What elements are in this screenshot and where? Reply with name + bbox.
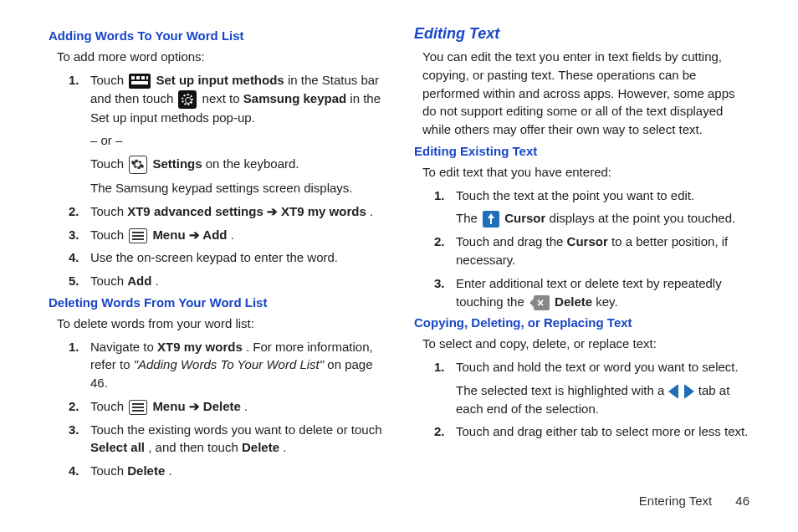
or-separator: – or – [90, 131, 384, 150]
list-copy-cont: 2. Touch and drag either tab to select m… [414, 422, 749, 441]
text: Navigate to [90, 340, 157, 354]
text-bold: Settings [152, 156, 202, 171]
text-bold: Menu ➔ Add [152, 228, 227, 242]
list-add-words: 1. Touch Set up input methods in the Sta… [49, 71, 384, 127]
intro-delete-words: To delete words from your word list: [57, 315, 384, 333]
edit-step-2: 2. Touch and drag the Cursor to a better… [414, 233, 749, 269]
text: Touch [90, 228, 127, 242]
text-italic: "Adding Words To Your Word List" [134, 357, 324, 371]
menu-icon [129, 400, 147, 415]
footer-section: Entering Text [639, 494, 712, 508]
del-step-1: 1. Navigate to XT9 my words . For more i… [49, 338, 384, 392]
intro-editing: You can edit the text you enter in text … [422, 48, 749, 139]
text: Touch and drag either tab to select more… [456, 424, 748, 438]
intro-add-words: To add more word options: [57, 48, 384, 66]
copy-step-1: 1. Touch and hold the text or word you w… [414, 358, 749, 376]
text-bold: Samsung keypad [243, 91, 346, 105]
del-step-3: 3. Touch the existing words you want to … [49, 421, 384, 458]
list-edit-existing: 1. Touch the text at the point you want … [414, 187, 749, 205]
text-bold: XT9 my words [157, 340, 243, 354]
add-step-2: 2. Touch XT9 advanced settings ➔ XT9 my … [49, 202, 384, 221]
text: . [156, 274, 159, 288]
text: displays at the point you touched. [550, 211, 736, 225]
text-bold: Add [127, 274, 151, 288]
cursor-icon [483, 211, 499, 228]
edit-step-3: 3. Enter additional text or delete text … [414, 274, 749, 311]
selection-tab-right-icon [684, 384, 694, 399]
text-bold: Cursor [567, 234, 608, 248]
text: Touch [90, 274, 127, 288]
add-step-1: 1. Touch Set up input methods in the Sta… [49, 71, 384, 127]
heading-copy-delete-replace: Copying, Deleting, or Replacing Text [414, 315, 749, 330]
copy-step-2: 2. Touch and drag either tab to select m… [414, 422, 749, 441]
left-column: Adding Words To Your Word List To add mo… [33, 25, 399, 485]
edit-step-1: 1. Touch the text at the point you want … [414, 187, 749, 205]
text: . [168, 463, 171, 478]
text: The selected text is highlighted with a [456, 383, 668, 397]
gear-icon [129, 156, 147, 174]
settings-dark-icon [178, 90, 197, 109]
menu-icon [129, 228, 147, 243]
text: Touch the existing words you want to del… [90, 422, 382, 437]
text: Touch and drag the [456, 234, 567, 248]
text-bold: Menu ➔ Delete [152, 399, 241, 413]
text: Touch [90, 156, 127, 171]
add-step-4: 4. Use the on-screen keypad to enter the… [49, 248, 384, 267]
text-bold: Set up input methods [156, 73, 284, 87]
text: next to [202, 91, 243, 105]
list-add-words-cont: 2. Touch XT9 advanced settings ➔ XT9 my … [49, 202, 384, 290]
heading-editing-existing: Editing Existing Text [414, 144, 749, 158]
text: . [244, 399, 248, 413]
intro-edit-existing: To edit text that you have entered: [422, 163, 749, 182]
right-column: Editing Text You can edit the text you e… [399, 25, 765, 485]
footer-page-number: 46 [735, 494, 749, 508]
text: key. [596, 294, 617, 309]
page-footer: Entering Text 46 [0, 494, 798, 508]
touch-settings: Touch Settings on the keyboard. [90, 155, 384, 174]
text: The [456, 211, 481, 225]
text-bold: XT9 advanced settings ➔ XT9 my words [127, 204, 366, 218]
selection-tab-left-icon [668, 384, 678, 399]
list-edit-existing-cont: 2. Touch and drag the Cursor to a better… [414, 233, 749, 310]
add-step-3: 3. Touch Menu ➔ Add . [49, 226, 384, 244]
text-bold: Delete [242, 440, 279, 454]
add-step-5: 5. Touch Add . [49, 272, 384, 290]
keyboard-icon [129, 74, 151, 89]
edit-step-1-sub: The Cursor displays at the point you tou… [456, 209, 749, 228]
text: Touch [90, 399, 127, 413]
heading-adding-words: Adding Words To Your Word List [49, 28, 384, 43]
text: Touch [90, 463, 127, 478]
del-step-4: 4. Touch Delete . [49, 462, 384, 480]
text-bold: Delete [555, 294, 592, 309]
intro-copy: To select and copy, delete, or replace t… [422, 335, 749, 353]
copy-step-1-sub: The selected text is highlighted with a … [456, 381, 749, 418]
text: , and then touch [148, 440, 242, 454]
text: . [231, 228, 234, 242]
text: Use the on-screen keypad to enter the wo… [90, 250, 338, 264]
heading-editing-text: Editing Text [414, 25, 749, 43]
text: Touch the text at the point you want to … [456, 188, 694, 202]
result-text: The Samsung keypad settings screen displ… [90, 179, 384, 197]
del-step-2: 2. Touch Menu ➔ Delete . [49, 397, 384, 416]
text: . [283, 440, 286, 454]
heading-deleting-words: Deleting Words From Your Word List [49, 295, 384, 309]
text-bold: Delete [127, 463, 165, 478]
list-copy: 1. Touch and hold the text or word you w… [414, 358, 749, 376]
list-delete-words: 1. Navigate to XT9 my words . For more i… [49, 338, 384, 480]
page: Adding Words To Your Word List To add mo… [0, 0, 798, 494]
text: Touch [90, 73, 127, 87]
text: . [370, 204, 373, 218]
text-bold: Cursor [504, 211, 545, 225]
delete-icon [529, 295, 550, 310]
text: on the keyboard. [206, 156, 299, 171]
text: Touch [90, 204, 127, 218]
text: Touch and hold the text or word you want… [456, 360, 739, 374]
text-bold: Select all [90, 440, 145, 454]
